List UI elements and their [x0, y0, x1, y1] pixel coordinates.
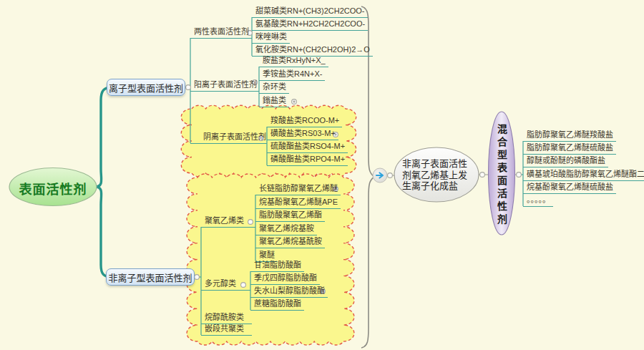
leaf-ether-carboxylate[interactable]: 脂肪醇聚氧乙烯醚羧酸盐: [523, 129, 616, 142]
leaf-sulfate-ester[interactable]: 硫酸酯盐类RSO4-M+: [267, 140, 348, 153]
topic-polyoxyethylene[interactable]: 聚氧乙烯类: [201, 215, 255, 228]
leaf-fatty-acid-ester[interactable]: 脂肪酸聚氧乙烯酯: [255, 209, 325, 222]
topic-mixed[interactable]: 混合型表面活性剂: [492, 119, 512, 232]
trunk-line-ionic: [95, 87, 112, 187]
leaf-ether-phosphate[interactable]: 醇醚或酚醚的磷酸酯盐: [523, 155, 608, 167]
leaf-alkylamine[interactable]: 聚氧乙烯烷基胺: [255, 223, 317, 235]
leaf-glycerol-fatty-ester[interactable]: 甘油脂肪酸酯: [250, 259, 304, 272]
leaf-ether-sulfate[interactable]: 脂肪醇聚氧乙烯醚硫酸盐: [523, 142, 616, 155]
topic-nonionic[interactable]: 非离子型表面活性剂: [106, 268, 195, 286]
leaf-alkylamide[interactable]: 聚氧乙烯烷基酰胺: [255, 235, 325, 248]
topic-amphoteric[interactable]: 两性表面活性剂: [190, 26, 252, 39]
summary-brace: [361, 6, 374, 348]
leaf-sorbitan-ester[interactable]: 失水山梨醇脂肪酸酯: [250, 285, 328, 298]
leaf-alkylphenol-ether-ape[interactable]: 烷基酚聚氧乙烯醚APE: [255, 196, 341, 209]
root-topic[interactable]: 表面活性剂: [11, 179, 94, 198]
collapse-handle-icon[interactable]: [388, 173, 393, 178]
leaf-sulfosuccinate-disodium[interactable]: 磺基琥珀酸脂肪醇聚氧乙烯醚酯二钠: [523, 168, 644, 181]
leaf-pentaerythritol-ester[interactable]: 季戊四醇脂肪酸酯: [250, 272, 320, 285]
leaf-amine-salt[interactable]: 胺盐类RxHyN+X_: [259, 54, 328, 67]
leaf-betaine[interactable]: 甜菜碱类RN+(CH3)2CH2COO-: [252, 5, 368, 18]
leaf-quaternary-ammonium[interactable]: 季铵盐类R4N+X-: [259, 68, 325, 81]
leaf-imidazoline[interactable]: 咪唑啉类: [252, 31, 290, 44]
leaf-heterocyclic[interactable]: 杂环类: [259, 81, 289, 94]
leaf-onium-salt[interactable]: 鎓盐类: [259, 94, 289, 107]
leaf-sulfonate[interactable]: 磺酸盐类RS03-M+: [267, 127, 338, 140]
topic-ionic[interactable]: 离子型表面活性剂: [107, 79, 185, 96]
relationship-note[interactable]: 非离子表面活性剂氧乙烯基上发生离子化成盐: [402, 158, 474, 192]
leaf-ellipsis[interactable]: 。。。。。: [523, 194, 553, 207]
topic-block-copolymer[interactable]: 嵌段共聚类: [201, 323, 252, 336]
topic-anionic[interactable]: 阴离子表面活性剂: [190, 131, 267, 144]
collapse-handle-icon[interactable]: [480, 172, 485, 178]
topic-polyol[interactable]: 多元醇类: [201, 278, 250, 291]
leaf-amino-acid[interactable]: 氨基酸类RN+H2CH2CH2COO-: [252, 18, 368, 31]
topic-cationic[interactable]: 阳离子表面活性剂: [190, 79, 259, 92]
mindmap-canvas: 表面活性剂 离子型表面活性剂 非离子型表面活性剂 两性表面活性剂 阳离子表面活性…: [0, 0, 644, 350]
collapse-handle-icon[interactable]: [195, 275, 200, 280]
leaf-sucrose-ester[interactable]: 蔗糖脂肪酸酯: [250, 298, 304, 311]
leaf-alkylphenol-ether-sulfate[interactable]: 烷基酚聚氧乙烯醚硫酸盐: [523, 181, 616, 194]
collapse-handle-icon[interactable]: [517, 172, 522, 178]
trunk-line-nonionic: [95, 187, 112, 277]
leaf-phosphate-ester[interactable]: 磷酸酯盐类RPO4-M+: [267, 153, 348, 166]
leaf-long-chain-fatty-alcohol-ether[interactable]: 长链脂肪醇聚氧乙烯醚: [255, 183, 341, 195]
leaf-carboxylate[interactable]: 羧酸盐类RCOO-M+: [267, 115, 342, 127]
